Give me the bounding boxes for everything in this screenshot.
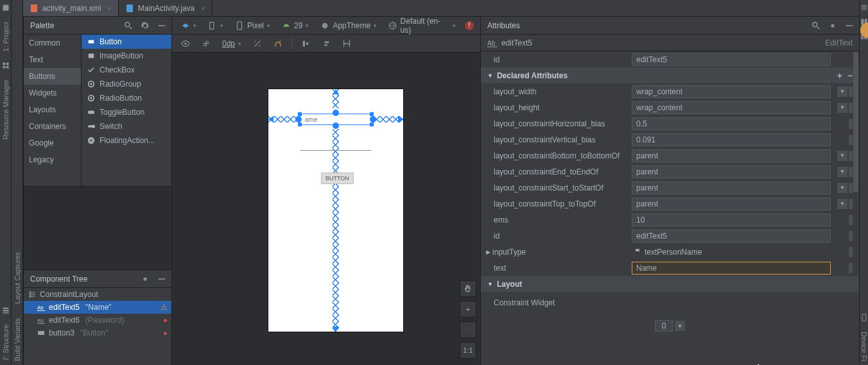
chevron-down-icon[interactable]: ▼ (837, 87, 847, 97)
design-surface-icon[interactable]: ▾ (178, 20, 199, 31)
autoconnect-icon[interactable] (199, 38, 213, 49)
attr-value-input[interactable]: parent (632, 149, 831, 162)
more-icon[interactable] (849, 231, 853, 241)
attr-value-input[interactable]: wrap_content (632, 101, 831, 114)
project-icon[interactable] (2, 4, 10, 12)
attr-value-input[interactable]: parent (632, 198, 831, 210)
project-tab[interactable]: 1: Project (2, 18, 10, 55)
declared-attributes-header[interactable]: ▼Declared Attributes +− (481, 67, 859, 83)
resource-manager-tab[interactable]: Resource Manager (2, 76, 10, 144)
search-icon[interactable] (123, 20, 134, 31)
zoom-out-icon[interactable]: − (460, 321, 476, 338)
search-icon[interactable] (810, 20, 822, 31)
more-icon[interactable] (849, 263, 853, 273)
zoom-in-icon[interactable]: + (460, 301, 476, 318)
structure-tab[interactable]: 7: Structure (2, 321, 10, 365)
minimize-icon[interactable] (156, 20, 168, 31)
zoom-reset-icon[interactable]: 1:1 (460, 342, 476, 359)
attr-value-input[interactable]: editText5 (632, 230, 831, 242)
palette-category[interactable]: Buttons (24, 68, 81, 85)
more-icon[interactable] (849, 167, 853, 177)
theme-picker[interactable]: AppTheme▾ (318, 20, 379, 31)
add-attr-icon[interactable]: + (837, 71, 842, 81)
palette-category[interactable]: Common (24, 35, 81, 51)
attr-value-input[interactable]: 0.5 (632, 117, 831, 130)
palette-category[interactable]: Layouts (24, 101, 81, 118)
device-file-explorer-tab[interactable]: Device Fi (860, 328, 868, 365)
palette-category[interactable]: Google (24, 135, 81, 151)
gear-icon[interactable] (827, 20, 838, 31)
more-icon[interactable] (849, 151, 853, 161)
chevron-down-icon[interactable]: ▼ (837, 199, 847, 209)
attr-value-input[interactable]: 0.091 (632, 133, 831, 146)
more-icon[interactable] (849, 119, 853, 129)
palette-category[interactable]: Containers (24, 118, 81, 135)
widget-edittext6[interactable] (300, 150, 371, 151)
device-picker[interactable]: Pixel▾ (232, 20, 273, 31)
more-icon[interactable] (849, 87, 853, 97)
clear-constraints-icon[interactable] (250, 38, 265, 49)
locale-picker[interactable]: Default (en-us)▾ (386, 15, 458, 36)
close-icon[interactable]: × (107, 4, 111, 12)
more-icon[interactable] (849, 215, 853, 225)
palette-category[interactable]: Widgets (24, 85, 81, 101)
tree-item[interactable]: AbeditText6(Password)● (24, 314, 171, 327)
attr-value-input[interactable]: wrap_content (632, 85, 831, 98)
palette-item[interactable]: ToggleButton (82, 105, 171, 119)
attr-value-input[interactable]: parent (632, 166, 831, 178)
more-icon[interactable] (849, 247, 853, 257)
layout-captures-tab[interactable]: Layout Captures (13, 248, 21, 308)
minimize-icon[interactable] (156, 273, 168, 285)
device-icon[interactable] (860, 314, 868, 321)
gear-icon[interactable] (139, 20, 151, 31)
chevron-down-icon[interactable]: ▼ (837, 167, 847, 177)
gear-icon[interactable] (139, 273, 151, 285)
more-icon[interactable] (849, 183, 853, 193)
design-canvas[interactable]: ame BUTTON + − 1:1 (172, 53, 480, 365)
tree-item[interactable]: AbeditText5"Name"⚠ (24, 301, 171, 314)
minimize-icon[interactable] (844, 20, 855, 31)
tree-root[interactable]: ConstraintLayout (24, 288, 171, 301)
align-icon[interactable] (319, 38, 333, 49)
chevron-down-icon[interactable]: ▼ (837, 183, 847, 193)
palette-category[interactable]: Legacy (24, 151, 81, 168)
palette-item[interactable]: CheckBox (82, 63, 171, 77)
resource-manager-icon[interactable] (2, 62, 10, 69)
attr-value-input[interactable]: 10 (632, 214, 831, 226)
palette-item[interactable]: Button (82, 35, 171, 49)
api-picker[interactable]: 29▾ (279, 20, 311, 31)
constraint-value-top[interactable]: 0 ▼ (655, 320, 685, 332)
chevron-down-icon[interactable]: ▼ (837, 151, 847, 161)
editor-tab[interactable]: activity_main.xml× (23, 0, 119, 16)
pack-icon[interactable] (299, 38, 313, 49)
palette-item[interactable]: Switch (82, 119, 171, 133)
palette-item[interactable]: FloatingAction... (82, 133, 171, 148)
palette-category[interactable]: Text (24, 51, 81, 68)
attributes-view-icon[interactable] (860, 4, 868, 12)
attributes-scrollbar[interactable] (853, 51, 858, 365)
default-margins[interactable]: 0dp▾ (220, 38, 244, 49)
build-variants-tab[interactable]: Build Variants (13, 314, 21, 365)
palette-item[interactable]: RadioButton (82, 91, 171, 105)
pan-icon[interactable] (460, 280, 476, 297)
selected-widget-edittext5[interactable]: ame (299, 114, 372, 125)
text-input[interactable]: Name (632, 262, 831, 275)
widget-button3[interactable]: BUTTON (321, 173, 354, 184)
remove-attr-icon[interactable]: − (847, 71, 853, 81)
more-icon[interactable] (849, 199, 853, 209)
structure-icon[interactable] (2, 307, 10, 314)
guidelines-icon[interactable] (340, 38, 354, 49)
attr-value-input[interactable]: parent (632, 182, 831, 194)
more-icon[interactable] (849, 135, 853, 145)
layout-section-header[interactable]: ▼Layout (481, 276, 859, 292)
palette-item[interactable]: ImageButton (82, 49, 171, 63)
inputtype-value[interactable]: textPersonName (630, 246, 831, 259)
view-options-icon[interactable] (178, 38, 193, 49)
id-input[interactable]: editText5 (632, 53, 831, 66)
infer-constraints-icon[interactable] (271, 38, 285, 49)
editor-tab[interactable]: MainActivity.java× (119, 0, 213, 16)
chevron-down-icon[interactable]: ▼ (675, 321, 685, 331)
more-icon[interactable] (849, 103, 853, 113)
palette-item[interactable]: RadioGroup (82, 77, 171, 91)
tree-item[interactable]: button3"Button"● (24, 327, 171, 339)
